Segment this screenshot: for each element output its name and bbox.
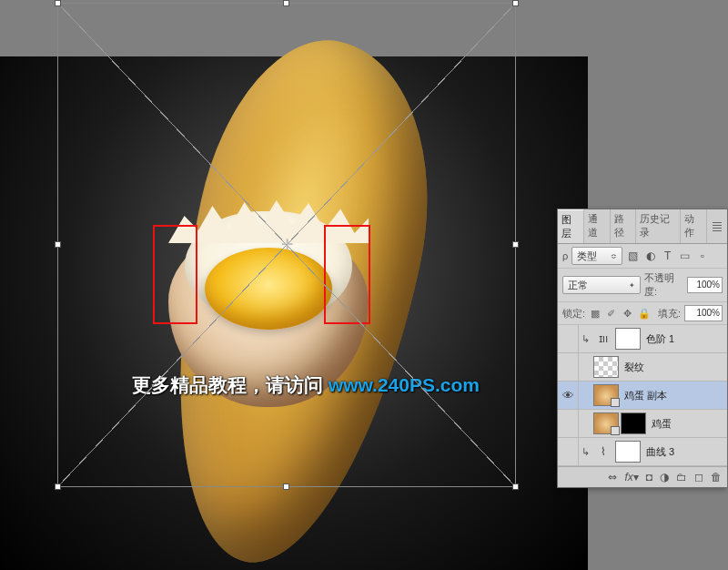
filter-kind-label: 类型	[577, 249, 597, 263]
fill-input[interactable]: 100%	[684, 305, 723, 321]
layer-mask-thumb[interactable]	[615, 441, 641, 463]
chevron-down-icon: ✦	[629, 281, 635, 290]
layer-name[interactable]: 鸡蛋 副本	[624, 389, 667, 402]
layer-thumb[interactable]	[593, 356, 619, 378]
visibility-toggle[interactable]	[558, 353, 579, 381]
filter-adjust-icon[interactable]: ◐	[643, 249, 657, 263]
transform-handle-tr[interactable]	[512, 0, 519, 6]
levels-adjustment-icon: ɪıı	[593, 329, 613, 349]
layer-name[interactable]: 鸡蛋	[652, 417, 672, 431]
filter-type-icon[interactable]: T	[661, 249, 674, 263]
blend-opacity-row: 正常 ✦ 不透明度: 100%	[558, 269, 727, 302]
layer-name[interactable]: 曲线 3	[646, 445, 674, 459]
opacity-input[interactable]: 100%	[687, 277, 723, 293]
layer-name[interactable]: 裂纹	[624, 361, 644, 374]
tab-actions[interactable]: 动作	[681, 209, 707, 243]
delete-layer-icon[interactable]: 🗑	[711, 471, 722, 483]
filter-shape-icon[interactable]: ▭	[678, 249, 692, 263]
layer-row[interactable]: 👁 鸡蛋 副本	[558, 382, 727, 410]
smart-object-icon	[611, 426, 620, 435]
tutorial-highlight-left	[153, 225, 197, 324]
lock-label: 锁定:	[562, 307, 585, 321]
blend-mode-select[interactable]: 正常 ✦	[562, 276, 641, 294]
panel-menu-icon[interactable]	[707, 209, 727, 243]
lock-pixels-icon[interactable]: ✐	[605, 308, 617, 320]
layer-fx-icon[interactable]: fx▾	[624, 471, 638, 483]
new-group-icon[interactable]: 🗀	[676, 471, 687, 483]
panel-tabs: 图层 通道 路径 历史记录 动作	[558, 209, 727, 244]
tutorial-highlight-right	[324, 225, 370, 324]
clip-indicator-icon: ↳	[581, 446, 590, 458]
layer-name[interactable]: 色阶 1	[646, 332, 674, 346]
layer-row[interactable]: ↳ ɪıı 色阶 1	[558, 325, 727, 353]
layers-list: ↳ ɪıı 色阶 1 裂纹 👁 鸡蛋 副本 鸡蛋	[558, 325, 727, 466]
layer-mask-thumb[interactable]	[615, 328, 641, 350]
curves-adjustment-icon: ⌇	[593, 442, 613, 462]
filter-pixel-icon[interactable]: ▧	[626, 249, 640, 263]
layer-mask-thumb[interactable]	[621, 412, 646, 434]
lock-transparent-icon[interactable]: ▩	[589, 308, 601, 320]
tab-channels[interactable]: 通道	[584, 209, 611, 243]
layer-row[interactable]: 裂纹	[558, 353, 727, 382]
filter-smart-icon[interactable]: ▫	[695, 249, 709, 263]
document-canvas[interactable]: 更多精品教程，请访问 www.240PS.com	[0, 56, 588, 570]
blend-mode-value: 正常	[568, 279, 588, 292]
layer-row[interactable]: 鸡蛋	[558, 410, 727, 438]
visibility-toggle[interactable]	[558, 325, 579, 352]
lock-icons: ▩ ✐ ✥ 🔒	[589, 308, 650, 320]
layer-thumb[interactable]	[593, 412, 619, 434]
add-adjustment-icon[interactable]: ◑	[660, 471, 669, 483]
link-layers-icon[interactable]: ⇔	[608, 471, 617, 483]
tab-layers[interactable]: 图层	[558, 209, 584, 243]
clip-indicator-icon: ↳	[581, 333, 590, 345]
filter-kind-select[interactable]: 类型 ≎	[571, 247, 622, 265]
smart-object-icon	[611, 398, 620, 407]
fill-label: 填充:	[658, 307, 681, 321]
lock-fill-row: 锁定: ▩ ✐ ✥ 🔒 填充: 100%	[558, 302, 727, 325]
add-mask-icon[interactable]: ◘	[646, 471, 652, 483]
new-layer-icon[interactable]: ◻	[694, 471, 703, 483]
transform-handle-tl[interactable]	[55, 0, 61, 6]
watermark-url: www.240PS.com	[329, 374, 480, 395]
layer-filter-row: ρ 类型 ≎ ▧ ◐ T ▭ ▫	[558, 244, 727, 269]
lock-all-icon[interactable]: 🔒	[638, 308, 650, 320]
layer-thumb[interactable]	[593, 384, 619, 406]
tab-history[interactable]: 历史记录	[636, 209, 681, 243]
tab-paths[interactable]: 路径	[611, 209, 637, 243]
layers-panel-footer: ⇔ fx▾ ◘ ◑ 🗀 ◻ 🗑	[558, 466, 727, 487]
visibility-toggle[interactable]	[558, 438, 579, 465]
watermark-cn: 更多精品教程，请访问	[132, 374, 329, 395]
layers-panel: 图层 通道 路径 历史记录 动作 ρ 类型 ≎ ▧ ◐ T ▭ ▫ 正常 ✦ 不…	[557, 209, 728, 488]
visibility-toggle[interactable]: 👁	[558, 382, 579, 409]
watermark-text: 更多精品教程，请访问 www.240PS.com	[132, 372, 480, 398]
chevron-down-icon: ≎	[611, 252, 617, 260]
lock-position-icon[interactable]: ✥	[622, 308, 633, 320]
layer-row[interactable]: ↳ ⌇ 曲线 3	[558, 438, 727, 466]
opacity-label: 不透明度:	[644, 271, 683, 299]
visibility-toggle[interactable]	[558, 410, 579, 437]
transform-handle-tm[interactable]	[283, 0, 289, 6]
